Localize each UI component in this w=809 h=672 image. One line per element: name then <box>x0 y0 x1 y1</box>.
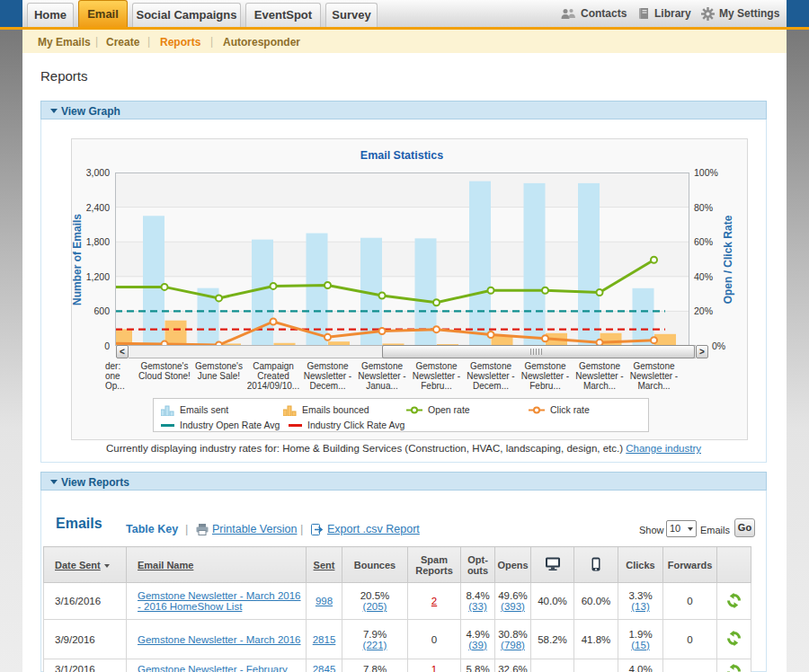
cell-mobile: 41.8% <box>574 620 618 659</box>
export-csv-link[interactable]: Export .csv Report <box>327 523 420 535</box>
tab-email[interactable]: Email <box>78 0 128 27</box>
sort-desc-icon <box>104 564 110 568</box>
corner-accent-right <box>787 0 809 27</box>
y-axis-label: Number of Emails <box>71 206 84 314</box>
legend-emails-sent: Emails sent <box>161 404 228 415</box>
collapse-arrow-icon <box>50 480 58 484</box>
count-link[interactable]: (33) <box>468 601 486 612</box>
col-desktop <box>531 547 574 583</box>
count-link[interactable]: (393) <box>501 601 525 612</box>
table-row: 3/9/2016 Gemstone Newsletter - March 201… <box>44 620 751 659</box>
chart-scrollbar-grip <box>530 349 543 355</box>
sent-link[interactable]: 998 <box>316 596 333 606</box>
view-graph-label: View Graph <box>61 105 120 118</box>
spam-link[interactable]: 2 <box>431 596 437 606</box>
show-count-value: 10 <box>670 523 680 534</box>
refresh-icon[interactable] <box>726 593 742 608</box>
legend-industry-open: Industry Open Rate Avg <box>161 420 280 430</box>
nav-my-settings[interactable]: My Settings <box>701 0 779 27</box>
page-background-left <box>0 30 22 672</box>
col-sent[interactable]: Sent <box>307 547 342 583</box>
sent-link[interactable]: 2815 <box>313 634 336 645</box>
cell-desktop: 58.2% <box>531 620 574 659</box>
legend-label: Emails bounced <box>302 404 369 415</box>
x-category-label: GemstoneNewsletter -Decem... <box>462 361 520 391</box>
cell-desktop <box>531 659 574 672</box>
contacts-icon <box>561 8 576 20</box>
subnav-create[interactable]: Create <box>106 36 139 49</box>
page-background-right <box>787 30 809 672</box>
gear-icon <box>701 7 715 21</box>
col-refresh <box>717 547 751 583</box>
count-link[interactable]: (205) <box>363 601 387 612</box>
cell-date: 3/16/2016 <box>44 583 127 620</box>
tab-social-campaigns[interactable]: Social Campaigns <box>132 3 241 27</box>
email-name-link[interactable]: Gemstone Newsletter - March 2016 - 2016 … <box>138 590 301 612</box>
count-link[interactable]: (39) <box>468 640 486 650</box>
open-rate-icon <box>406 406 422 414</box>
view-graph-header[interactable]: View Graph <box>40 101 767 119</box>
tab-home[interactable]: Home <box>27 3 74 27</box>
tab-eventspot[interactable]: EventSpot <box>245 3 321 27</box>
spam-link[interactable]: 1 <box>431 664 437 672</box>
col-bounces: Bounces <box>342 547 408 583</box>
printer-icon <box>196 524 209 535</box>
x-category-label: Gemstone'sJune Sale! <box>191 361 248 381</box>
refresh-icon[interactable] <box>726 664 742 672</box>
show-count-select[interactable]: 10 <box>666 520 697 537</box>
sent-link[interactable]: 2845 <box>313 664 336 672</box>
x-category-label: GemstoneNewsletter -Decem... <box>299 361 357 391</box>
view-reports-header[interactable]: View Reports <box>40 472 767 491</box>
x-category-label: CampaignCreated2014/09/10... <box>244 361 302 391</box>
emails-heading: Emails <box>56 516 102 532</box>
x-category-label: Gemstone'sCloud Stone! <box>136 361 193 381</box>
cell-forwards <box>663 659 717 672</box>
col-email-name[interactable]: Email Name <box>127 547 307 583</box>
cell-refresh <box>717 583 751 620</box>
show-emails-label: Emails <box>700 525 730 535</box>
legend-label: Emails sent <box>180 404 228 415</box>
cell-opens: 32.6%(856) <box>495 659 531 672</box>
industry-note-text: Currently displaying industry rates for:… <box>106 443 623 454</box>
y2-tick: 100% <box>694 167 732 178</box>
cell-mobile <box>574 659 618 672</box>
count-link[interactable]: (13) <box>631 601 649 612</box>
tab-survey[interactable]: Survey <box>325 3 378 27</box>
email-name-link[interactable]: Gemstone Newsletter - March 2016 <box>138 634 301 645</box>
cell-date: 3/1/2016 <box>44 659 127 672</box>
nav-contacts[interactable]: Contacts <box>561 0 627 27</box>
email-name-link[interactable]: Gemstone Newsletter - February 2016 <box>138 664 288 672</box>
y2-tick: 60% <box>694 236 732 247</box>
y-tick: 3,000 <box>54 167 110 178</box>
refresh-icon[interactable] <box>726 631 742 646</box>
cell-clicks: 4.0%(32) <box>618 659 663 672</box>
count-link[interactable]: (15) <box>631 640 649 650</box>
printable-version-link[interactable]: Printable Version <box>212 523 298 535</box>
table-row: 3/16/2016 Gemstone Newsletter - March 20… <box>44 583 751 620</box>
legend-label: Click rate <box>550 404 590 415</box>
subnav-my-emails[interactable]: My Emails <box>38 36 91 49</box>
nav-library[interactable]: Library <box>638 0 691 27</box>
subnav-separator: | <box>95 35 98 48</box>
change-industry-link[interactable]: Change industry <box>626 443 701 454</box>
subnav-separator: | <box>210 35 213 48</box>
x-category-label: GemstoneNewsletter -March... <box>571 361 628 391</box>
cell-bounces: 7.8%(222) <box>342 659 408 672</box>
view-reports-label: View Reports <box>61 476 129 489</box>
col-date-sent[interactable]: Date Sent <box>44 547 127 583</box>
chart-scroll-right-button[interactable]: > <box>696 345 708 358</box>
table-key-link[interactable]: Table Key <box>126 523 178 535</box>
nav-library-label: Library <box>654 7 691 20</box>
cell-desktop: 40.0% <box>531 583 574 620</box>
subnav-autoresponder[interactable]: Autoresponder <box>223 36 300 49</box>
table-header-row: Date Sent Email Name Sent Bounces SpamRe… <box>44 547 751 583</box>
cell-clicks: 3.3%(13) <box>618 583 663 620</box>
chart-scroll-left-button[interactable]: < <box>116 345 129 358</box>
go-button[interactable]: Go <box>734 518 755 537</box>
count-link[interactable]: (221) <box>363 640 387 650</box>
subnav-reports[interactable]: Reports <box>160 36 200 49</box>
chart-title: Email Statistics <box>114 149 689 162</box>
emails-table: Date Sent Email Name Sent Bounces SpamRe… <box>43 546 751 672</box>
count-link[interactable]: (798) <box>501 640 525 650</box>
cell-mobile: 60.0% <box>574 583 618 620</box>
